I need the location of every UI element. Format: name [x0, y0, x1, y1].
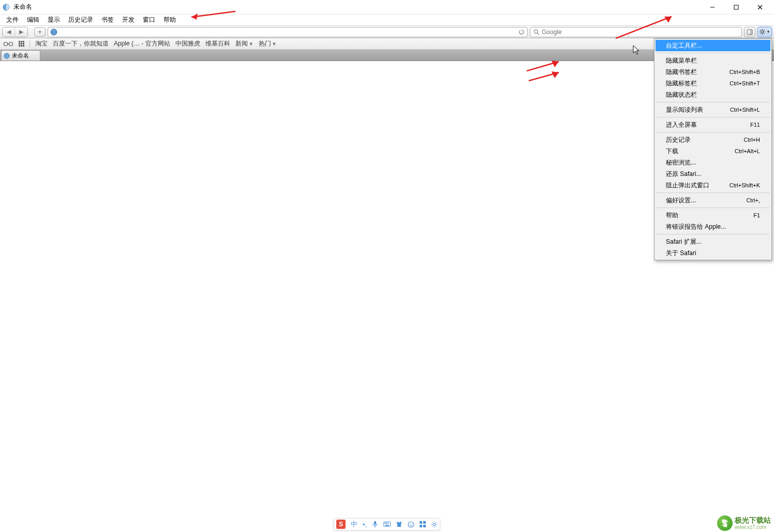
- svg-point-22: [9, 42, 13, 46]
- menu-view[interactable]: 显示: [43, 14, 64, 25]
- menu-item-15[interactable]: 阻止弹出式窗口Ctrl+Shift+K: [656, 180, 770, 191]
- menu-item-9[interactable]: 进入全屏幕F11: [656, 119, 770, 130]
- bookmark-item-4[interactable]: 维基百科: [205, 39, 230, 48]
- app-icon: [2, 3, 10, 11]
- settings-gear-button[interactable]: ▼: [757, 27, 772, 37]
- menu-item-label: 进入全屏幕: [666, 121, 697, 129]
- globe-icon: [4, 53, 10, 59]
- menu-item-3[interactable]: 隐藏书签栏Ctrl+Shift+B: [656, 66, 770, 78]
- svg-rect-45: [420, 525, 422, 527]
- menu-item-12[interactable]: 下载Ctrl+Alt+L: [656, 145, 770, 157]
- menu-item-label: 自定工具栏...: [666, 41, 702, 50]
- url-bar[interactable]: [48, 27, 528, 37]
- bookmark-item-1[interactable]: 百度一下，你就知道: [53, 39, 109, 48]
- top-sites-icon[interactable]: [19, 41, 24, 47]
- svg-rect-37: [386, 523, 387, 524]
- reading-list-button[interactable]: [744, 27, 755, 37]
- bookmark-item-5[interactable]: 新闻▼: [235, 39, 254, 48]
- menu-item-14[interactable]: 还原 Safari...: [656, 168, 770, 180]
- svg-line-54: [433, 526, 433, 526]
- menu-item-label: 隐藏标签栏: [666, 79, 697, 88]
- ime-toolbar: S 中 •,: [334, 518, 440, 530]
- ime-mic-icon[interactable]: [372, 521, 378, 528]
- svg-point-40: [408, 522, 414, 527]
- svg-rect-33: [374, 521, 376, 525]
- menu-help[interactable]: 帮助: [159, 14, 180, 25]
- svg-point-24: [4, 53, 9, 58]
- ime-punct-icon[interactable]: •,: [363, 521, 367, 528]
- ime-skin-icon[interactable]: [396, 521, 403, 527]
- watermark-url: www.xz7.com: [735, 524, 771, 530]
- svg-line-52: [433, 522, 433, 523]
- settings-dropdown: 自定工具栏...隐藏菜单栏隐藏书签栏Ctrl+Shift+B隐藏标签栏Ctrl+…: [654, 38, 772, 260]
- menu-item-shortcut: Ctrl+H: [744, 137, 760, 143]
- menu-item-13[interactable]: 秘密浏览...: [656, 157, 770, 168]
- back-button[interactable]: ◀: [3, 27, 15, 37]
- menu-item-7[interactable]: 显示阅读列表Ctrl+Shift+L: [656, 104, 770, 115]
- svg-line-55: [436, 522, 436, 523]
- close-button[interactable]: [748, 0, 772, 14]
- menu-item-shortcut: Ctrl+Alt+L: [735, 148, 760, 154]
- menu-item-label: 关于 Safari: [666, 249, 696, 258]
- menu-item-4[interactable]: 隐藏标签栏Ctrl+Shift+T: [656, 78, 770, 89]
- menu-item-20[interactable]: 将错误报告给 Apple...: [656, 221, 770, 232]
- maximize-button[interactable]: [724, 0, 748, 14]
- menu-item-19[interactable]: 帮助F1: [656, 210, 770, 221]
- menu-item-0[interactable]: 自定工具栏...: [656, 40, 770, 51]
- menu-item-5[interactable]: 隐藏状态栏: [656, 89, 770, 100]
- ime-toolbox-icon[interactable]: [420, 521, 426, 527]
- search-input[interactable]: [542, 28, 738, 36]
- search-bar[interactable]: [530, 27, 742, 37]
- menu-item-2[interactable]: 隐藏菜单栏: [656, 55, 770, 66]
- svg-line-9: [538, 33, 539, 35]
- menu-item-shortcut: Ctrl+Shift+T: [730, 80, 760, 86]
- bookmark-item-2[interactable]: Apple (… - 官方网站: [114, 39, 170, 48]
- svg-rect-44: [423, 521, 426, 524]
- menu-item-shortcut: Ctrl+Shift+B: [730, 69, 760, 75]
- menu-item-shortcut: F1: [753, 212, 760, 218]
- menu-item-label: 下载: [666, 147, 678, 156]
- watermark: 极光下载站 www.xz7.com: [717, 515, 771, 531]
- minimize-button[interactable]: [701, 0, 724, 14]
- add-bookmark-button[interactable]: +: [34, 27, 46, 37]
- search-icon: [533, 29, 540, 35]
- svg-rect-35: [384, 522, 391, 527]
- svg-line-53: [436, 526, 436, 526]
- menu-bookmarks[interactable]: 书签: [97, 14, 118, 25]
- forward-button[interactable]: ▶: [15, 27, 27, 37]
- svg-rect-46: [423, 525, 426, 527]
- menu-item-22[interactable]: Safari 扩展...: [656, 236, 770, 247]
- titlebar: 未命名: [0, 0, 774, 14]
- bookmark-item-0[interactable]: 淘宝: [35, 39, 48, 48]
- menu-item-label: 将错误报告给 Apple...: [666, 223, 726, 231]
- menu-item-label: 显示阅读列表: [666, 106, 703, 114]
- menu-item-11[interactable]: 历史记录Ctrl+H: [656, 134, 770, 145]
- menu-history[interactable]: 历史记录: [64, 14, 97, 25]
- svg-rect-36: [384, 523, 385, 524]
- svg-rect-38: [388, 523, 389, 524]
- menu-item-label: 历史记录: [666, 136, 691, 144]
- toolbar: ◀ ▶ + ▼: [0, 26, 774, 38]
- ime-logo-icon[interactable]: S: [336, 520, 346, 529]
- menu-develop[interactable]: 开发: [118, 14, 139, 25]
- reading-list-icon[interactable]: [3, 41, 13, 47]
- menu-file[interactable]: 文件: [2, 14, 23, 25]
- svg-point-8: [534, 29, 538, 33]
- menu-window[interactable]: 窗口: [139, 14, 159, 25]
- menu-separator: [656, 193, 770, 193]
- ime-emoji-icon[interactable]: [408, 521, 414, 528]
- svg-line-20: [764, 29, 764, 30]
- ime-settings-icon[interactable]: [431, 521, 438, 528]
- reload-icon[interactable]: [518, 28, 525, 36]
- ime-lang-button[interactable]: 中: [351, 520, 358, 529]
- tab-0[interactable]: 未命名: [1, 50, 40, 61]
- svg-rect-2: [734, 5, 738, 9]
- bookmark-item-6[interactable]: 热门▼: [259, 39, 277, 48]
- bookmark-item-3[interactable]: 中国雅虎: [175, 39, 200, 48]
- svg-point-47: [434, 523, 436, 525]
- ime-keyboard-icon[interactable]: [383, 522, 391, 527]
- menu-item-23[interactable]: 关于 Safari: [656, 247, 770, 259]
- url-input[interactable]: [59, 28, 518, 36]
- menu-edit[interactable]: 编辑: [23, 14, 43, 25]
- menu-item-17[interactable]: 偏好设置...Ctrl+,: [656, 195, 770, 206]
